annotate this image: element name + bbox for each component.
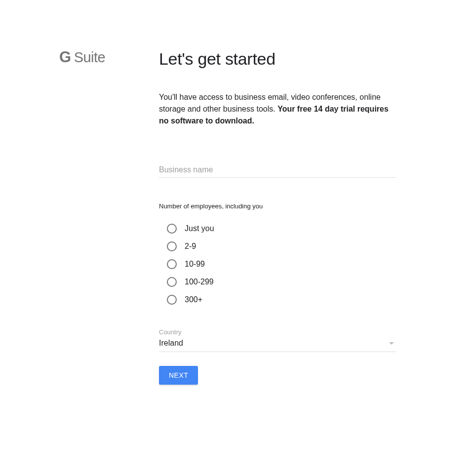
radio-option-just-you[interactable]: Just you [167, 224, 396, 234]
radio-label: Just you [185, 224, 214, 233]
gsuite-logo: G Suite [59, 49, 159, 65]
radio-icon [167, 295, 177, 305]
employees-radio-group: Just you 2-9 10-99 100-299 300+ [159, 224, 396, 305]
country-value: Ireland [159, 339, 183, 348]
description-text: You'll have access to business email, vi… [159, 91, 396, 127]
chevron-down-icon [389, 342, 394, 345]
logo-g: G [59, 49, 71, 65]
radio-icon [167, 277, 177, 287]
logo-suite: Suite [74, 50, 106, 65]
radio-option-300-plus[interactable]: 300+ [167, 295, 396, 305]
business-name-field-wrap [159, 165, 396, 178]
radio-option-10-99[interactable]: 10-99 [167, 259, 396, 269]
next-button[interactable]: NEXT [159, 366, 198, 385]
radio-label: 2-9 [185, 242, 196, 251]
business-name-input[interactable] [159, 165, 396, 174]
country-label: Country [159, 328, 396, 336]
radio-label: 10-99 [185, 260, 205, 269]
radio-icon [167, 259, 177, 269]
radio-icon [167, 241, 177, 251]
country-select[interactable]: Ireland [159, 339, 396, 352]
radio-label: 300+ [185, 295, 202, 304]
employees-label: Number of employees, including you [159, 202, 396, 210]
radio-label: 100-299 [185, 278, 214, 286]
radio-option-100-299[interactable]: 100-299 [167, 277, 396, 287]
radio-option-2-9[interactable]: 2-9 [167, 241, 396, 251]
page-title: Let's get started [159, 49, 396, 69]
radio-icon [167, 224, 177, 234]
